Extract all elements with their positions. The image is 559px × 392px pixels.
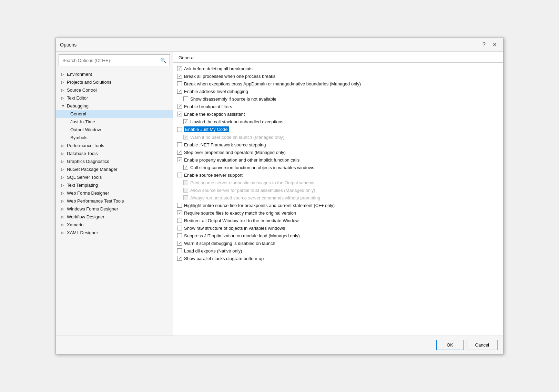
- option-label-print-source-diagnostic: Print source server diagnostic messages …: [190, 180, 314, 185]
- option-label-break-all-processes: Break all processes when one process bre…: [184, 74, 275, 79]
- search-box[interactable]: 🔍: [59, 54, 170, 66]
- sidebar-item-web-forms-designer[interactable]: ▷Web Forms Designer: [56, 189, 173, 197]
- sidebar-item-graphics-diagnostics[interactable]: ▷Graphics Diagnostics: [56, 157, 173, 165]
- sidebar-item-web-performance-test-tools[interactable]: ▷Web Performance Test Tools: [56, 197, 173, 205]
- arrow-performance-tools: ▷: [61, 144, 66, 147]
- sidebar-item-nuget-package-manager[interactable]: ▷NuGet Package Manager: [56, 165, 173, 173]
- sidebar-item-workflow-designer[interactable]: ▷Workflow Designer: [56, 213, 173, 221]
- sidebar-item-text-templating[interactable]: ▷Text Templating: [56, 181, 173, 189]
- checkbox-show-parallel-stacks[interactable]: [177, 256, 182, 261]
- arrow-debugging: ▼: [61, 104, 66, 108]
- checkbox-unwind-call-stack[interactable]: [183, 119, 188, 124]
- option-row-enable-source-server[interactable]: Enable source server support: [176, 171, 500, 179]
- sidebar-item-source-control[interactable]: ▷Source Control: [56, 86, 173, 94]
- sidebar-label-web-performance-test-tools: Web Performance Test Tools: [67, 198, 124, 204]
- option-row-enable-exception-assistant[interactable]: Enable the exception assistant: [176, 110, 500, 118]
- checkbox-redirect-output-window[interactable]: [177, 218, 182, 223]
- help-button[interactable]: ?: [480, 41, 488, 49]
- sidebar-item-text-editor[interactable]: ▷Text Editor: [56, 94, 173, 102]
- option-label-warn-no-user-code: Warn if no user code on launch (Managed …: [190, 135, 284, 140]
- sidebar-item-windows-forms-designer[interactable]: ▷Windows Forms Designer: [56, 205, 173, 213]
- option-row-highlight-entire-source[interactable]: Highlight entire source line for breakpo…: [176, 202, 500, 209]
- sidebar-item-general[interactable]: General: [56, 110, 173, 118]
- option-label-enable-exception-assistant: Enable the exception assistant: [184, 112, 245, 117]
- option-label-enable-breakpoint-filters: Enable breakpoint filters: [184, 104, 232, 109]
- sidebar-label-xamarin: Xamarin: [67, 222, 83, 227]
- checkbox-require-source-match[interactable]: [177, 210, 182, 215]
- checkbox-enable-property-eval[interactable]: [177, 157, 182, 162]
- option-row-always-run-untrusted[interactable]: Always run untrusted source server comma…: [176, 194, 500, 202]
- checkbox-highlight-entire-source[interactable]: [177, 203, 182, 208]
- checkbox-break-all-processes[interactable]: [177, 74, 182, 79]
- checkbox-enable-just-my-code[interactable]: [177, 127, 182, 132]
- checkbox-always-run-untrusted: [183, 195, 188, 200]
- arrow-xamarin: ▷: [61, 223, 66, 227]
- sidebar-item-just-in-time[interactable]: Just-In-Time: [56, 118, 173, 126]
- option-row-show-parallel-stacks[interactable]: Show parallel stacks diagram bottom-up: [176, 255, 500, 262]
- checkbox-enable-address-level[interactable]: [177, 89, 182, 94]
- option-row-show-raw-structure[interactable]: Show raw structure of objects in variabl…: [176, 224, 500, 232]
- sidebar-label-symbols: Symbols: [70, 135, 88, 140]
- checkbox-warn-script-debugging[interactable]: [177, 241, 182, 246]
- option-label-enable-address-level: Enable address-level debugging: [184, 89, 248, 94]
- option-row-load-dll-exports[interactable]: Load dll exports (Native only): [176, 247, 500, 255]
- option-label-enable-just-my-code: Enable Just My Code: [184, 126, 229, 132]
- option-label-break-exceptions-appdomain: Break when exceptions cross AppDomain or…: [184, 81, 361, 86]
- checkbox-load-dll-exports[interactable]: [177, 248, 182, 253]
- sidebar-item-xaml-designer[interactable]: ▷XAML Designer: [56, 229, 173, 237]
- sidebar-item-database-tools[interactable]: ▷Database Tools: [56, 149, 173, 157]
- option-row-break-all-processes[interactable]: Break all processes when one process bre…: [176, 72, 500, 80]
- sidebar-item-output-window[interactable]: Output Window: [56, 126, 173, 134]
- checkbox-show-raw-structure[interactable]: [177, 226, 182, 230]
- checkbox-ask-before-delete[interactable]: [177, 66, 182, 71]
- sidebar-label-sql-server-tools: SQL Server Tools: [67, 175, 102, 180]
- checkbox-enable-dotnet-stepping[interactable]: [177, 142, 182, 147]
- sidebar-item-xamarin[interactable]: ▷Xamarin: [56, 221, 173, 229]
- sidebar-label-general: General: [70, 111, 86, 116]
- option-row-warn-script-debugging[interactable]: Warn if script debugging is disabled on …: [176, 239, 500, 247]
- sidebar-item-projects-solutions[interactable]: ▷Projects and Solutions: [56, 78, 173, 86]
- ok-button[interactable]: OK: [436, 340, 464, 350]
- checkbox-step-over-properties[interactable]: [177, 150, 182, 155]
- sidebar-item-symbols[interactable]: Symbols: [56, 134, 173, 142]
- sidebar-item-debugging[interactable]: ▼Debugging: [56, 102, 173, 110]
- option-row-suppress-jit[interactable]: Suppress JIT optimization on module load…: [176, 232, 500, 239]
- option-row-enable-address-level[interactable]: Enable address-level debugging: [176, 87, 500, 95]
- sidebar-label-text-templating: Text Templating: [67, 183, 98, 188]
- option-row-call-string-conversion[interactable]: Call string-conversion function on objec…: [176, 164, 500, 171]
- arrow-nuget-package-manager: ▷: [61, 167, 66, 171]
- option-row-print-source-diagnostic[interactable]: Print source server diagnostic messages …: [176, 179, 500, 186]
- option-row-unwind-call-stack[interactable]: Unwind the call stack on unhandled excep…: [176, 118, 500, 125]
- sidebar-label-environment: Environment: [67, 72, 92, 77]
- option-row-redirect-output-window[interactable]: Redirect all Output Window text to the I…: [176, 217, 500, 224]
- checkbox-suppress-jit[interactable]: [177, 233, 182, 238]
- option-row-require-source-match[interactable]: Require source files to exactly match th…: [176, 209, 500, 217]
- checkbox-show-disassembly[interactable]: [183, 96, 188, 101]
- checkbox-enable-source-server[interactable]: [177, 173, 182, 177]
- checkbox-enable-breakpoint-filters[interactable]: [177, 104, 182, 109]
- cancel-button[interactable]: Cancel: [467, 340, 498, 350]
- sidebar-item-environment[interactable]: ▷Environment: [56, 70, 173, 78]
- checkbox-enable-exception-assistant[interactable]: [177, 112, 182, 116]
- close-button[interactable]: ✕: [490, 41, 499, 49]
- search-input[interactable]: [62, 58, 160, 63]
- option-row-ask-before-delete[interactable]: Ask before deleting all breakpoints: [176, 65, 500, 72]
- option-row-allow-source-server-partial[interactable]: Allow source server for partial trust as…: [176, 186, 500, 194]
- sidebar-item-performance-tools[interactable]: ▷Performance Tools: [56, 142, 173, 149]
- option-row-enable-just-my-code[interactable]: Enable Just My Code: [176, 125, 500, 133]
- sidebar-label-windows-forms-designer: Windows Forms Designer: [67, 206, 118, 212]
- option-row-step-over-properties[interactable]: Step over properties and operators (Mana…: [176, 148, 500, 156]
- sidebar-label-output-window: Output Window: [70, 127, 101, 132]
- checkbox-call-string-conversion[interactable]: [183, 165, 188, 170]
- option-row-enable-property-eval[interactable]: Enable property evaluation and other imp…: [176, 156, 500, 164]
- option-row-show-disassembly[interactable]: Show disassembly if source is not availa…: [176, 95, 500, 103]
- search-icon: 🔍: [160, 58, 166, 63]
- option-row-enable-dotnet-stepping[interactable]: Enable .NET Framework source stepping: [176, 141, 500, 148]
- option-row-enable-breakpoint-filters[interactable]: Enable breakpoint filters: [176, 103, 500, 110]
- checkbox-break-exceptions-appdomain[interactable]: [177, 81, 182, 86]
- option-row-break-exceptions-appdomain[interactable]: Break when exceptions cross AppDomain or…: [176, 80, 500, 87]
- checkbox-allow-source-server-partial: [183, 188, 188, 193]
- sidebar-item-sql-server-tools[interactable]: ▷SQL Server Tools: [56, 173, 173, 181]
- option-row-warn-no-user-code[interactable]: Warn if no user code on launch (Managed …: [176, 133, 500, 141]
- option-label-warn-script-debugging: Warn if script debugging is disabled on …: [184, 241, 275, 246]
